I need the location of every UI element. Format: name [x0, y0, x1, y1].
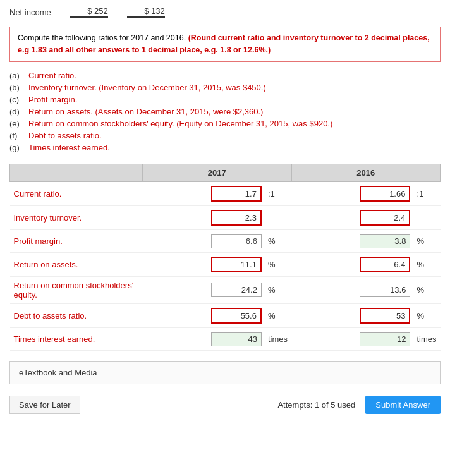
table-row: Profit margin. % %	[10, 229, 441, 252]
input-2017-5[interactable]	[211, 308, 262, 324]
table-row: Return on assets. % %	[10, 252, 441, 276]
footer-bar: Save for Later Attempts: 1 of 5 used Sub…	[9, 392, 441, 418]
cell-2017	[143, 252, 265, 276]
unit-2017-6: times	[265, 327, 291, 350]
ratio-list-item: (g)Times interest earned.	[9, 143, 441, 152]
ratio-desc: Current ratio.	[28, 71, 76, 80]
unit-2017-1	[265, 205, 291, 229]
save-button[interactable]: Save for Later	[9, 396, 80, 414]
row-label: Inventory turnover.	[10, 205, 143, 229]
input-2017-4[interactable]	[211, 283, 262, 297]
ratio-letter: (b)	[9, 83, 28, 92]
unit-2017-2: %	[265, 229, 291, 252]
input-2017-0[interactable]	[211, 186, 262, 202]
input-2016-5[interactable]	[360, 308, 410, 324]
ratio-letter: (c)	[9, 95, 28, 104]
ratio-letter: (f)	[9, 131, 28, 140]
ratio-desc: Profit margin.	[28, 95, 77, 104]
cell-2017	[143, 181, 265, 205]
ratio-list-item: (f)Debt to assets ratio.	[9, 131, 441, 140]
footer-right: Attempts: 1 of 5 used Submit Answer	[277, 396, 441, 414]
net-income-2016: $ 132	[127, 6, 165, 18]
ratio-desc: Return on assets. (Assets on December 31…	[28, 107, 263, 116]
unit-2016-1	[414, 205, 440, 229]
net-income-row: Net income $ 252 $ 132	[9, 6, 441, 18]
unit-2017-0: :1	[265, 181, 291, 205]
input-2017-1[interactable]	[211, 210, 262, 226]
row-label: Profit margin.	[10, 229, 143, 252]
table-header-2016: 2016	[291, 164, 441, 181]
unit-2016-4: %	[414, 276, 440, 303]
cell-2017	[143, 276, 265, 303]
unit-2017-5: %	[265, 303, 291, 327]
cell-2016	[291, 276, 414, 303]
cell-2016	[291, 205, 414, 229]
ratio-desc: Inventory turnover. (Inventory on Decemb…	[28, 83, 266, 92]
cell-2017	[143, 303, 265, 327]
cell-2016	[291, 229, 414, 252]
ratio-desc: Debt to assets ratio.	[28, 131, 102, 140]
ratio-list-item: (a)Current ratio.	[9, 71, 441, 80]
input-2016-4[interactable]	[360, 283, 410, 297]
row-label: Debt to assets ratio.	[10, 303, 143, 327]
unit-2016-2: %	[414, 229, 440, 252]
net-income-label: Net income	[9, 8, 51, 17]
row-label: Return on assets.	[10, 252, 143, 276]
unit-2017-4: %	[265, 276, 291, 303]
table-row: Times interest earned. times times	[10, 327, 441, 350]
ratio-letter: (d)	[9, 107, 28, 116]
ratio-desc: Times interest earned.	[28, 143, 110, 152]
unit-2017-3: %	[265, 252, 291, 276]
table-row: Inventory turnover.	[10, 205, 441, 229]
unit-2016-5: %	[414, 303, 440, 327]
cell-2017	[143, 229, 265, 252]
input-2017-2[interactable]	[211, 234, 262, 248]
cell-2016	[291, 252, 414, 276]
input-2017-3[interactable]	[211, 257, 262, 272]
instruction-box: Compute the following ratios for 2017 an…	[9, 27, 441, 62]
input-2016-3[interactable]	[360, 257, 410, 272]
ratio-list-item: (d)Return on assets. (Assets on December…	[9, 107, 441, 116]
input-2016-1[interactable]	[360, 210, 410, 226]
submit-button[interactable]: Submit Answer	[365, 396, 441, 414]
cell-2016	[291, 181, 414, 205]
etextbook-bar: eTextbook and Media	[9, 361, 441, 384]
table-header-2017: 2017	[143, 164, 292, 181]
input-2017-6[interactable]	[211, 332, 262, 346]
input-2016-0[interactable]	[360, 186, 410, 202]
ratio-table: 2017 2016 Current ratio. :1 :1 Inventory…	[9, 164, 441, 351]
table-row: Return on common stockholders' equity. %…	[10, 276, 441, 303]
ratio-list: (a)Current ratio.(b)Inventory turnover. …	[9, 71, 441, 152]
input-2016-6[interactable]	[360, 332, 410, 346]
table-row: Current ratio. :1 :1	[10, 181, 441, 205]
ratio-list-item: (b)Inventory turnover. (Inventory on Dec…	[9, 83, 441, 92]
ratio-letter: (e)	[9, 119, 28, 128]
net-income-2017: $ 252	[70, 6, 108, 18]
input-2016-2[interactable]	[360, 234, 410, 248]
ratio-desc: Return on common stockholders' equity. (…	[28, 119, 332, 128]
ratio-letter: (g)	[9, 143, 28, 152]
cell-2017	[143, 327, 265, 350]
ratio-letter: (a)	[9, 71, 28, 80]
row-label: Return on common stockholders' equity.	[10, 276, 143, 303]
cell-2017	[143, 205, 265, 229]
etextbook-label: eTextbook and Media	[19, 368, 97, 377]
cell-2016	[291, 303, 414, 327]
ratio-list-item: (c)Profit margin.	[9, 95, 441, 104]
instruction-prefix: Compute the following ratios for 2017 an…	[18, 34, 188, 42]
row-label: Current ratio.	[10, 181, 143, 205]
attempts-text: Attempts: 1 of 5 used	[277, 400, 355, 410]
unit-2016-0: :1	[414, 181, 440, 205]
unit-2016-6: times	[414, 327, 440, 350]
unit-2016-3: %	[414, 252, 440, 276]
table-row: Debt to assets ratio. % %	[10, 303, 441, 327]
row-label: Times interest earned.	[10, 327, 143, 350]
table-header-empty	[10, 164, 143, 181]
ratio-list-item: (e)Return on common stockholders' equity…	[9, 119, 441, 128]
cell-2016	[291, 327, 414, 350]
